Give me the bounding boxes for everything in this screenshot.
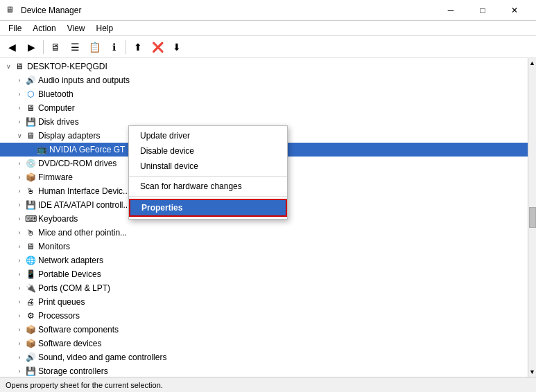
ide-label: IDE ATA/ATAPI controll... [38,200,130,210]
keyboards-icon: ⌨ [25,213,36,224]
ide-arrow: › [14,202,25,208]
ide-icon: 💾 [25,199,36,211]
toolbar-back[interactable]: ◀ [3,38,21,56]
portable-arrow: › [14,271,25,278]
toolbar-update[interactable]: ⬆ [129,38,147,56]
dvd-icon: 💿 [25,158,36,169]
ports-arrow: › [14,285,25,292]
dvd-arrow: › [14,160,25,167]
tree-root[interactable]: ∨ 🖥 DESKTOP-KEPQGDI [0,60,528,73]
root-icon: 🖥 [14,61,25,72]
softwaredev-arrow: › [14,340,25,347]
softwaredev-icon: 📦 [25,338,36,349]
computer-label: Computer [38,103,75,113]
network-arrow: › [14,257,25,264]
tree-item-storage[interactable]: › 💾 Storage controllers [0,364,528,377]
menu-action[interactable]: Action [27,22,61,35]
mice-arrow: › [14,229,25,236]
storage-arrow: › [14,368,25,375]
minimize-button[interactable]: ─ [435,0,467,21]
tree-item-mice[interactable]: › 🖱 Mice and other pointin... [0,226,528,240]
storage-label: Storage controllers [38,366,108,376]
softwaredev-label: Software devices [38,339,101,348]
computer-icon: 🖥 [25,103,36,114]
bluetooth-label: Bluetooth [38,89,74,99]
toolbar-remove[interactable]: ❌ [148,38,166,56]
tree-item-processors[interactable]: › ⚙ Processors [0,309,528,323]
device-tree[interactable]: ∨ 🖥 DESKTOP-KEPQGDI › 🔊 Audio inputs and… [0,58,528,377]
toolbar-computer[interactable]: 🖥 [46,38,64,56]
menu-bar: File Action View Help [0,21,536,36]
print-arrow: › [14,299,25,305]
tree-item-softwarecomp[interactable]: › 📦 Software components [0,323,528,337]
ports-icon: 🔌 [25,283,36,294]
toolbar-scan[interactable]: ⬇ [168,38,186,56]
softwarecomp-arrow: › [14,326,25,333]
tree-item-bluetooth[interactable]: › ⬡ Bluetooth [0,87,528,101]
tree-item-audio[interactable]: › 🔊 Audio inputs and outputs [0,73,528,87]
status-text: Opens property sheet for the current sel… [6,381,163,389]
displayadapters-label: Display adapters [38,131,100,141]
diskdrives-label: Disk drives [38,117,79,127]
firmware-arrow: › [14,174,25,181]
portable-icon: 📱 [25,269,36,280]
audio-icon: 🔊 [25,75,36,86]
toolbar-properties[interactable]: 📋 [85,38,103,56]
menu-view[interactable]: View [62,22,91,35]
tree-item-print[interactable]: › 🖨 Print queues [0,295,528,309]
dvd-label: DVD/CD-ROM drives [38,159,116,168]
context-menu: Update driver Disable device Uninstall d… [128,125,288,220]
toolbar-list[interactable]: ☰ [66,38,84,56]
processors-label: Processors [38,311,80,321]
diskdrives-icon: 💾 [25,116,36,127]
sound-arrow: › [14,354,25,361]
menu-help[interactable]: Help [91,22,119,35]
sound-label: Sound, video and game controllers [38,353,166,362]
keyboards-label: Keyboards [38,214,78,224]
app-title: Device Manager [21,6,435,15]
tree-item-softwaredev[interactable]: › 📦 Software devices [0,337,528,350]
scroll-thumb[interactable] [529,207,536,228]
audio-label: Audio inputs and outputs [38,75,130,85]
toolbar-info[interactable]: ℹ [105,38,123,56]
context-menu-uninstall-device[interactable]: Uninstall device [129,159,287,174]
context-menu-scan-hardware[interactable]: Scan for hardware changes [129,179,287,194]
mice-icon: 🖱 [25,227,36,238]
softwarecomp-label: Software components [38,325,119,335]
tree-item-network[interactable]: › 🌐 Network adapters [0,253,528,267]
monitors-label: Monitors [38,242,70,251]
root-arrow: ∨ [3,63,14,70]
window-controls: ─ □ ✕ [435,0,530,21]
scroll-up[interactable]: ▲ [529,60,535,66]
hid-arrow: › [14,188,25,195]
tree-item-portable[interactable]: › 📱 Portable Devices [0,267,528,281]
audio-arrow: › [14,77,25,84]
scrollbar[interactable]: ▲ ▼ [528,58,536,377]
tree-item-computer[interactable]: › 🖥 Computer [0,101,528,115]
app-icon: 🖥 [6,5,17,16]
context-menu-disable-device[interactable]: Disable device [129,143,287,159]
monitors-icon: 🖥 [25,241,36,252]
context-menu-properties[interactable]: Properties [129,199,287,217]
tree-item-sound[interactable]: › 🔊 Sound, video and game controllers [0,350,528,364]
displayadapters-arrow: ∨ [14,132,25,139]
scroll-down[interactable]: ▼ [529,368,535,375]
root-label: DESKTOP-KEPQGDI [27,62,107,71]
processors-icon: ⚙ [25,310,36,321]
computer-arrow: › [14,105,25,112]
bluetooth-arrow: › [14,91,25,98]
close-button[interactable]: ✕ [499,0,530,21]
softwarecomp-icon: 📦 [25,324,36,335]
tree-item-monitors[interactable]: › 🖥 Monitors [0,240,528,253]
storage-icon: 💾 [25,366,36,377]
maximize-button[interactable]: □ [467,0,499,21]
context-menu-update-driver[interactable]: Update driver [129,128,287,143]
toolbar-forward[interactable]: ▶ [22,38,40,56]
menu-file[interactable]: File [3,22,27,35]
tree-item-ports[interactable]: › 🔌 Ports (COM & LPT) [0,281,528,295]
title-bar: 🖥 Device Manager ─ □ ✕ [0,0,536,21]
sound-icon: 🔊 [25,352,36,363]
main-content: ∨ 🖥 DESKTOP-KEPQGDI › 🔊 Audio inputs and… [0,58,536,377]
monitors-arrow: › [14,243,25,250]
nvidia-icon: 📺 [36,144,47,155]
